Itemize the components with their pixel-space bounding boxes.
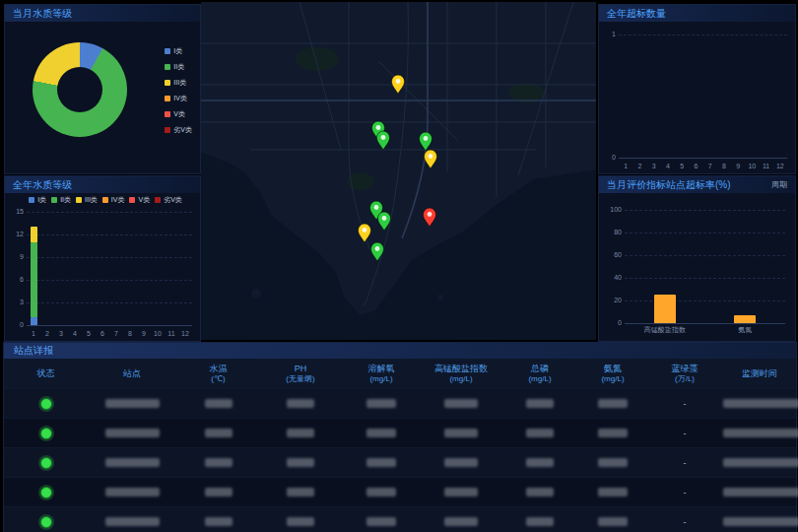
y-axis-tick: 100 bbox=[607, 206, 622, 213]
legend-label: II类 bbox=[173, 62, 184, 72]
redacted-value bbox=[287, 458, 314, 467]
table-cell bbox=[88, 517, 176, 526]
table-cell bbox=[260, 517, 341, 526]
x-axis-tick: 1 bbox=[32, 330, 35, 337]
legend-item[interactable]: V类 bbox=[165, 109, 192, 119]
table-row[interactable]: - bbox=[4, 447, 796, 477]
table-cell bbox=[260, 399, 341, 408]
y-axis-tick: 12 bbox=[9, 231, 24, 237]
legend-item[interactable]: II类 bbox=[165, 62, 192, 72]
redacted-value bbox=[366, 429, 396, 437]
legend-item[interactable]: 劣V类 bbox=[165, 125, 192, 135]
table-cell bbox=[723, 517, 798, 526]
gridline bbox=[27, 212, 192, 213]
legend-item[interactable]: 劣V类 bbox=[155, 195, 182, 205]
redacted-value bbox=[444, 517, 478, 526]
table-cell bbox=[88, 488, 176, 497]
x-axis-tick: 11 bbox=[167, 330, 174, 337]
table-row[interactable]: - bbox=[4, 477, 796, 506]
table-cell bbox=[500, 399, 579, 408]
x-axis-tick: 6 bbox=[694, 163, 698, 169]
table-cell bbox=[88, 429, 176, 437]
algae-value: - bbox=[646, 488, 723, 498]
period-toggle[interactable]: 周期 bbox=[771, 179, 795, 190]
y-axis-tick: 3 bbox=[9, 299, 24, 305]
table-cell bbox=[422, 488, 500, 497]
legend-label: V类 bbox=[173, 109, 185, 119]
legend-item[interactable]: III类 bbox=[76, 195, 98, 205]
legend-label: I类 bbox=[37, 195, 46, 205]
chart-bar[interactable] bbox=[31, 227, 37, 241]
chart-bar[interactable] bbox=[31, 317, 37, 325]
gridline bbox=[619, 34, 787, 35]
x-axis-tick: 9 bbox=[142, 330, 146, 337]
table-cell bbox=[723, 429, 798, 437]
redacted-value bbox=[598, 429, 628, 437]
table-cell bbox=[422, 399, 500, 408]
y-axis-tick: 0 bbox=[601, 154, 616, 161]
gridline bbox=[27, 325, 192, 326]
redacted-value bbox=[105, 429, 160, 437]
table-cell bbox=[176, 488, 260, 497]
table-cell bbox=[176, 399, 260, 408]
redacted-value bbox=[205, 429, 233, 437]
panel-title: 全年水质等级 bbox=[5, 178, 72, 192]
legend-label: II类 bbox=[60, 195, 71, 205]
table-row[interactable]: - bbox=[4, 506, 796, 532]
exceedance-rate-chart[interactable]: 020406080100高锰酸盐指数氨氮 bbox=[625, 210, 785, 323]
gridline bbox=[625, 323, 785, 324]
legend-item[interactable]: IV类 bbox=[165, 94, 192, 103]
legend-label: IV类 bbox=[173, 94, 187, 103]
table-cell bbox=[579, 517, 646, 526]
table-row[interactable]: - bbox=[4, 388, 796, 418]
station-map[interactable] bbox=[201, 2, 596, 340]
redacted-value bbox=[526, 429, 554, 437]
chart-bar[interactable] bbox=[734, 315, 756, 323]
table-row[interactable]: - bbox=[4, 418, 796, 447]
panel-header: 当月水质等级 bbox=[5, 5, 200, 22]
legend-item[interactable]: IV类 bbox=[102, 195, 125, 205]
table-cell bbox=[579, 458, 646, 467]
table-cell bbox=[341, 517, 422, 526]
chart-bar[interactable] bbox=[31, 242, 37, 318]
redacted-value bbox=[526, 517, 554, 526]
legend-swatch bbox=[129, 197, 135, 203]
table-title: 站点详报 bbox=[4, 343, 796, 359]
column-header: 状态 bbox=[4, 368, 88, 379]
y-axis-tick: 60 bbox=[607, 251, 622, 258]
legend-item[interactable]: V类 bbox=[129, 195, 150, 205]
table-cell bbox=[422, 429, 500, 437]
legend-item[interactable]: I类 bbox=[29, 195, 46, 205]
monthly-grade-donut-chart[interactable] bbox=[33, 42, 127, 137]
table-cell bbox=[579, 399, 646, 408]
map-island bbox=[437, 295, 443, 300]
gridline bbox=[625, 255, 785, 256]
redacted-value bbox=[598, 399, 628, 408]
x-axis-tick: 4 bbox=[73, 330, 77, 337]
column-header: 总磷(mg/L) bbox=[500, 364, 579, 383]
table-cell bbox=[500, 517, 579, 526]
redacted-value bbox=[366, 517, 396, 526]
legend-item[interactable]: III类 bbox=[165, 78, 192, 88]
x-axis-tick: 4 bbox=[666, 163, 670, 169]
x-axis-tick: 7 bbox=[114, 330, 118, 337]
chart-bar[interactable] bbox=[654, 295, 676, 323]
column-header: 监测时间 bbox=[723, 368, 796, 379]
table-cell bbox=[176, 458, 260, 467]
x-axis-tick: 12 bbox=[776, 163, 784, 169]
table-cell bbox=[88, 399, 176, 408]
annual-exceedance-chart[interactable]: 01123456789101112 bbox=[619, 34, 787, 158]
redacted-value bbox=[444, 488, 478, 497]
legend-item[interactable]: I类 bbox=[165, 46, 192, 56]
legend-item[interactable]: II类 bbox=[51, 195, 71, 205]
table-cell bbox=[260, 488, 341, 497]
redacted-value bbox=[598, 458, 628, 467]
legend-label: 劣V类 bbox=[173, 125, 192, 135]
table-cell bbox=[341, 399, 422, 408]
x-axis-tick: 11 bbox=[763, 163, 769, 169]
column-header: 站点 bbox=[88, 368, 176, 379]
panel-exceedance-rate: 当月评价指标站点超标率(%) 周期 020406080100高锰酸盐指数氨氮 bbox=[598, 175, 796, 342]
annual-grade-chart[interactable]: 03691215123456789101112 bbox=[27, 212, 192, 325]
x-axis-tick: 8 bbox=[722, 163, 726, 169]
table-cell bbox=[579, 429, 646, 437]
